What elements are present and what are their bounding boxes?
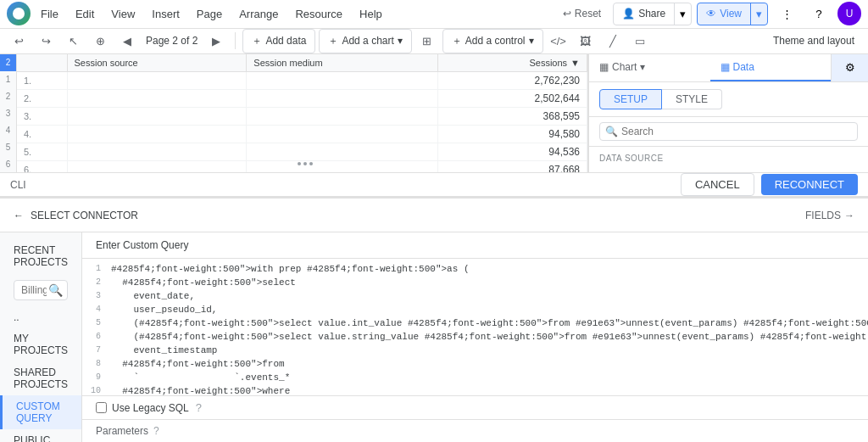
project-search: 🔍 [0, 273, 81, 307]
cancel-button[interactable]: CANCEL [681, 173, 754, 196]
add-control-button[interactable]: ＋ Add a control ▾ [442, 29, 543, 53]
nav-custom-query[interactable]: CUSTOM QUERY [0, 395, 81, 429]
theme-layout-button[interactable]: Theme and layout [766, 31, 861, 50]
nav-prev[interactable]: ◀ [115, 29, 139, 53]
line-icon[interactable]: ╱ [601, 29, 625, 53]
view-button[interactable]: 👁 View [698, 3, 750, 24]
share-button[interactable]: 👤 Share [614, 3, 674, 24]
query-line: 6 (#4285f4;font-weight:500">select value… [82, 330, 868, 344]
cell-source [67, 71, 247, 89]
more-button[interactable]: ⋮ [773, 0, 800, 27]
tab-chart[interactable]: ▦ Chart ▾ [589, 54, 710, 81]
setup-style-tabs: SETUP STYLE [589, 82, 868, 117]
nav-shared-projects[interactable]: SHARED PROJECTS [0, 361, 81, 395]
view-dropdown[interactable]: ▾ [750, 3, 767, 25]
legacy-help-icon[interactable]: ? [196, 401, 202, 414]
nav-my-label: MY PROJECTS [14, 333, 68, 356]
nav-recent-projects[interactable]: RECENT PROJECTS [0, 239, 81, 273]
connector-area: ← SELECT CONNECTOR FIELDS → RECENT PROJE… [0, 196, 868, 442]
view-button-group: 👁 View ▾ [697, 3, 768, 25]
tab-properties[interactable]: ⚙ [831, 54, 868, 81]
menu-page[interactable]: Page [190, 4, 229, 24]
data-table-area: 2 1 2 3 4 5 6 7 8 9 Session source Ses [0, 54, 588, 172]
cell-num: 5. [17, 143, 67, 160]
menu-file[interactable]: File [34, 4, 65, 24]
query-header: Enter Custom Query [82, 232, 868, 259]
query-line: 7 event_timestamp [82, 344, 868, 357]
image-icon[interactable]: 🖼 [574, 29, 598, 53]
share-person-icon: 👤 [622, 8, 635, 20]
params-help-icon[interactable]: ? [153, 425, 159, 437]
cell-sessions: 368,595 [438, 107, 587, 125]
fields-arrow: → [844, 210, 854, 221]
chart-tab-dropdown[interactable]: ▾ [640, 61, 645, 73]
menu-resource[interactable]: Resource [288, 4, 349, 24]
col-sessions: Sessions ▼ [438, 54, 587, 72]
cell-num: 1. [17, 71, 67, 89]
page-nav: Page 2 of 2 [142, 35, 201, 47]
share-dropdown[interactable]: ▾ [674, 3, 691, 25]
legacy-sql-checkbox[interactable] [96, 402, 107, 413]
cell-medium [247, 125, 438, 143]
menu-arrange[interactable]: Arrange [232, 4, 285, 24]
menu-edit[interactable]: Edit [69, 4, 101, 24]
reconnect-button[interactable]: RECONNECT [761, 174, 858, 195]
cell-medium [247, 160, 438, 172]
datasource-section: Data source custom from scheduled table … [589, 147, 868, 172]
properties-icon: ⚙ [845, 61, 855, 74]
query-line: 1#4285f4;font-weight:500">with prep #428… [82, 262, 868, 276]
reset-icon: ↩ [563, 8, 571, 20]
cli-label: CLI [10, 179, 26, 191]
cell-source [67, 107, 247, 125]
chart-grid-icon: ▦ [599, 61, 609, 73]
cell-num: 3. [17, 107, 67, 125]
cell-medium [247, 143, 438, 160]
cell-source [67, 89, 247, 107]
query-editor[interactable]: 1#4285f4;font-weight:500">with prep #428… [82, 259, 868, 395]
nav-public-datasets[interactable]: PUBLIC DATASETS [0, 429, 81, 442]
zoom-tool[interactable]: ⊕ [88, 29, 112, 53]
setup-tab[interactable]: SETUP [599, 89, 662, 109]
cell-num: 6. [17, 160, 67, 172]
back-icon[interactable]: ← [14, 210, 24, 221]
plus-icon-control: ＋ [452, 34, 462, 48]
table-row: 1. 2,762,230 [17, 71, 587, 89]
redo-button[interactable]: ↪ [34, 29, 58, 53]
chart-dropdown-icon: ▾ [398, 35, 403, 47]
datasource-label: Data source [599, 154, 858, 163]
toolbar-left: File Edit View Insert Page Arrange Resou… [7, 2, 556, 25]
embed-icon[interactable]: </> [547, 29, 570, 53]
add-chart-button[interactable]: ＋ Add a chart ▾ [319, 29, 411, 53]
control-dropdown-icon: ▾ [529, 35, 534, 47]
tab-data[interactable]: ▦ Data [710, 54, 832, 81]
nav-shared-label: SHARED PROJECTS [14, 366, 68, 390]
reset-button[interactable]: ↩ Reset [556, 3, 608, 24]
avatar[interactable]: U [837, 2, 861, 25]
chart-grid-icon[interactable]: ⊞ [415, 29, 439, 53]
cell-num: 4. [17, 125, 67, 143]
cell-sessions: 2,762,230 [438, 71, 587, 89]
query-line: 3 event_date, [82, 289, 868, 303]
menu-help[interactable]: Help [353, 4, 389, 24]
project-item-dots[interactable]: .. [0, 307, 81, 327]
nav-public-label: PUBLIC DATASETS [14, 434, 68, 442]
connector-header: ← SELECT CONNECTOR FIELDS → [0, 199, 868, 232]
add-data-button[interactable]: ＋ Add data [242, 29, 315, 53]
menu-view[interactable]: View [104, 4, 142, 24]
share-button-group: 👤 Share ▾ [613, 3, 692, 25]
cursor-tool[interactable]: ↖ [61, 29, 85, 53]
menu-insert[interactable]: Insert [145, 4, 186, 24]
help-button[interactable]: ? [805, 0, 832, 27]
fields-link[interactable]: FIELDS → [805, 210, 854, 221]
search-input[interactable] [621, 126, 852, 137]
legacy-sql-label[interactable]: Use Legacy SQL [96, 402, 189, 414]
col-num [17, 54, 67, 72]
undo-button[interactable]: ↩ [7, 29, 31, 53]
rect-icon[interactable]: ▭ [628, 29, 652, 53]
cell-medium [247, 89, 438, 107]
table-row: 2. 2,502,644 [17, 89, 587, 107]
bottom-action-bar: CLI CANCEL RECONNECT [0, 172, 868, 196]
style-tab[interactable]: STYLE [662, 89, 722, 109]
nav-next[interactable]: ▶ [204, 29, 228, 53]
nav-my-projects[interactable]: MY PROJECTS [0, 327, 81, 361]
